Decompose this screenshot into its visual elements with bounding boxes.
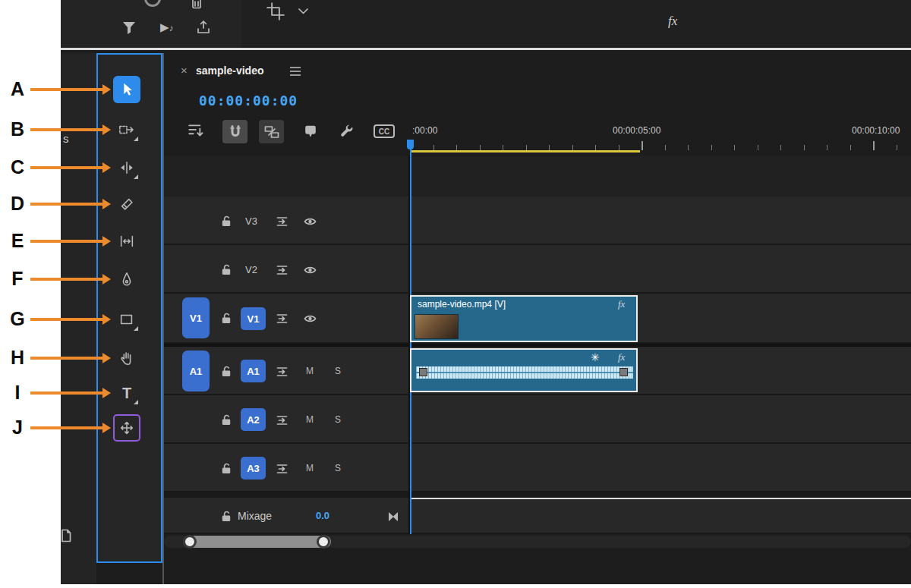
fade-handle-right[interactable] xyxy=(619,368,628,376)
export-icon[interactable] xyxy=(195,19,212,36)
sync-lock-icon[interactable] xyxy=(276,415,288,426)
transform-tool-button[interactable] xyxy=(113,414,140,442)
razor-tool-button[interactable] xyxy=(113,190,140,218)
track-name-v3[interactable]: V3 xyxy=(245,215,257,227)
annotation-letter: F xyxy=(6,268,29,290)
solo-button[interactable]: S xyxy=(335,414,341,425)
audio-clip[interactable]: ✳ fx xyxy=(410,348,638,392)
track-target-a1[interactable]: A1 xyxy=(241,360,266,382)
rectangle-tool-button[interactable] xyxy=(113,306,140,333)
annotation-arrow xyxy=(30,240,103,243)
master-track-topline xyxy=(410,498,911,499)
panel-menu-icon[interactable] xyxy=(290,67,301,78)
filter-icon[interactable] xyxy=(121,19,137,36)
lock-icon[interactable] xyxy=(220,263,233,276)
annotation-letter: I xyxy=(6,382,29,404)
hand-tool-button[interactable] xyxy=(113,344,140,372)
playhead-handle[interactable] xyxy=(407,140,414,149)
track-gap xyxy=(164,492,911,498)
mute-button[interactable]: M xyxy=(306,366,314,376)
new-item-icon[interactable] xyxy=(61,529,71,542)
eye-icon[interactable] xyxy=(303,313,317,324)
lock-icon[interactable] xyxy=(220,510,233,523)
annotation-letter: D xyxy=(6,193,29,215)
sync-lock-icon[interactable] xyxy=(276,464,288,474)
lock-icon[interactable] xyxy=(220,413,233,426)
linked-selection-icon xyxy=(264,124,279,140)
ruler-label: 00:00:05:00 xyxy=(613,125,660,136)
solo-button[interactable]: S xyxy=(335,463,341,473)
timeline-timecode[interactable]: 00:00:00:00 xyxy=(199,93,298,108)
ripple-edit-icon xyxy=(118,159,135,176)
project-panel-footer: ▶♪ xyxy=(61,0,241,48)
crop-icon[interactable] xyxy=(266,2,285,21)
lock-icon[interactable] xyxy=(220,365,233,378)
annotation-letter: B xyxy=(6,118,29,140)
sync-lock-icon[interactable] xyxy=(276,313,288,324)
sync-lock-icon[interactable] xyxy=(276,265,288,275)
pen-tool-button[interactable] xyxy=(113,266,140,293)
annotation-letter: H xyxy=(6,347,29,369)
marker-icon[interactable] xyxy=(303,124,318,139)
timeline-empty-area xyxy=(164,156,911,197)
lock-icon[interactable] xyxy=(220,312,233,325)
annotation-letter: C xyxy=(6,156,29,178)
solo-button[interactable]: S xyxy=(335,366,341,376)
lock-icon[interactable] xyxy=(220,462,233,475)
selection-tool-button[interactable] xyxy=(113,76,140,103)
program-monitor-strip: fx xyxy=(241,0,911,48)
zoom-slider-knob[interactable] xyxy=(144,0,161,7)
slip-tool-button[interactable] xyxy=(113,228,140,255)
mute-button[interactable]: M xyxy=(306,414,314,425)
h-scrollbar-thumb[interactable] xyxy=(184,536,331,548)
clip-fx-badge: fx xyxy=(618,351,625,363)
work-area-bar[interactable] xyxy=(410,150,640,153)
track-target-a2[interactable]: A2 xyxy=(241,408,266,431)
zoom-handle-right[interactable] xyxy=(317,535,330,549)
nest-insert-icon[interactable] xyxy=(187,121,206,141)
ruler-label: 00:00:10:00 xyxy=(852,125,900,136)
video-clip[interactable]: sample-video.mp4 [V] fx xyxy=(410,295,638,342)
waveform-midline xyxy=(416,372,633,373)
source-patch-v1[interactable]: V1 xyxy=(182,297,210,338)
chevron-down-icon[interactable] xyxy=(298,8,309,15)
play-preview-icon[interactable]: ▶♪ xyxy=(160,20,174,34)
eye-icon[interactable] xyxy=(303,265,317,275)
snap-button[interactable] xyxy=(222,120,247,143)
annotation-arrow xyxy=(30,88,103,91)
hand-icon xyxy=(118,350,135,366)
lock-icon[interactable] xyxy=(220,215,233,228)
rectangle-icon xyxy=(118,311,135,328)
track-target-v1[interactable]: V1 xyxy=(241,307,266,330)
wrench-icon[interactable] xyxy=(339,124,355,140)
tab-close-icon[interactable]: × xyxy=(181,64,188,77)
keyframe-bowtie-icon[interactable] xyxy=(386,511,400,523)
trash-icon[interactable] xyxy=(190,0,203,9)
annotation-arrow xyxy=(30,278,103,281)
annotation-arrow xyxy=(30,166,103,169)
sync-lock-icon[interactable] xyxy=(276,366,288,377)
ruler-ticks xyxy=(410,141,911,150)
captions-button[interactable]: CC xyxy=(374,124,395,138)
sync-lock-icon[interactable] xyxy=(276,216,288,227)
linked-selection-button[interactable] xyxy=(259,120,284,143)
type-icon: T xyxy=(122,385,131,402)
video-clip-label: sample-video.mp4 [V] xyxy=(418,299,506,310)
source-patch-a1[interactable]: A1 xyxy=(182,351,210,391)
panel-divider-horizontal xyxy=(61,48,911,50)
master-level-value[interactable]: 0.0 xyxy=(316,510,329,521)
track-target-a3[interactable]: A3 xyxy=(241,457,266,480)
zoom-handle-left[interactable] xyxy=(183,535,197,549)
type-tool-button[interactable]: T xyxy=(113,379,140,407)
ruler-tick-major xyxy=(641,141,643,150)
master-track-name[interactable]: Mixage xyxy=(238,510,272,522)
ripple-edit-tool-button[interactable] xyxy=(113,154,140,181)
track-name-v2[interactable]: V2 xyxy=(245,264,257,275)
annotation-letter: G xyxy=(6,308,29,330)
annotation-arrow xyxy=(30,391,103,395)
fade-handle-left[interactable] xyxy=(419,368,427,376)
eye-icon[interactable] xyxy=(303,216,317,227)
mute-button[interactable]: M xyxy=(306,463,314,473)
timeline-tab-title[interactable]: sample-video xyxy=(196,64,263,77)
track-select-forward-tool-button[interactable] xyxy=(113,116,140,143)
